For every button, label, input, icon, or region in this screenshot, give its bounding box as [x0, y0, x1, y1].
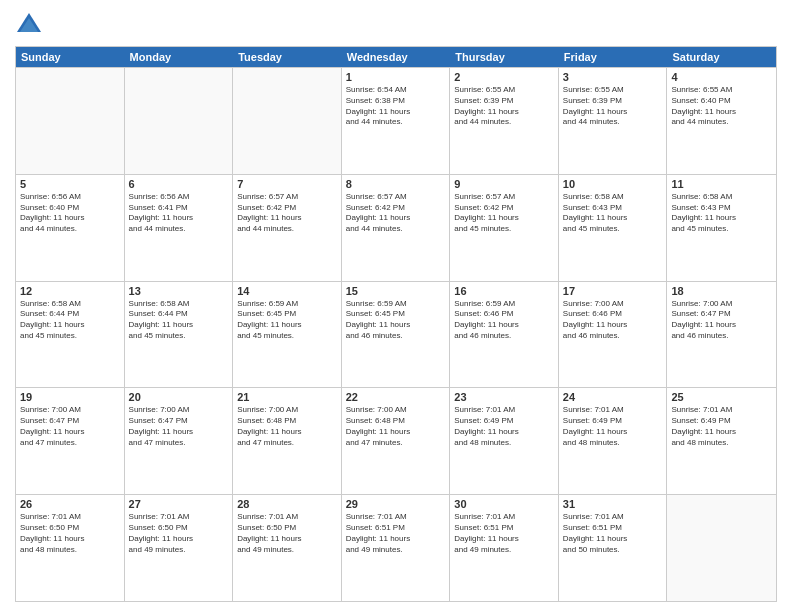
calendar-cell-23: 23Sunrise: 7:01 AMSunset: 6:49 PMDayligh…	[450, 388, 559, 494]
header-day-monday: Monday	[125, 47, 234, 67]
calendar-cell-10: 10Sunrise: 6:58 AMSunset: 6:43 PMDayligh…	[559, 175, 668, 281]
calendar-cell-24: 24Sunrise: 7:01 AMSunset: 6:49 PMDayligh…	[559, 388, 668, 494]
day-number: 28	[237, 498, 337, 510]
calendar-cell-21: 21Sunrise: 7:00 AMSunset: 6:48 PMDayligh…	[233, 388, 342, 494]
calendar-cell-13: 13Sunrise: 6:58 AMSunset: 6:44 PMDayligh…	[125, 282, 234, 388]
day-info: Sunrise: 7:01 AMSunset: 6:51 PMDaylight:…	[454, 512, 554, 555]
calendar-cell-14: 14Sunrise: 6:59 AMSunset: 6:45 PMDayligh…	[233, 282, 342, 388]
calendar-cell-4: 4Sunrise: 6:55 AMSunset: 6:40 PMDaylight…	[667, 68, 776, 174]
calendar-row-0: 1Sunrise: 6:54 AMSunset: 6:38 PMDaylight…	[16, 67, 776, 174]
day-info: Sunrise: 7:00 AMSunset: 6:47 PMDaylight:…	[671, 299, 772, 342]
header-day-friday: Friday	[559, 47, 668, 67]
calendar-cell-25: 25Sunrise: 7:01 AMSunset: 6:49 PMDayligh…	[667, 388, 776, 494]
calendar-cell-7: 7Sunrise: 6:57 AMSunset: 6:42 PMDaylight…	[233, 175, 342, 281]
calendar-cell-29: 29Sunrise: 7:01 AMSunset: 6:51 PMDayligh…	[342, 495, 451, 601]
calendar-header: SundayMondayTuesdayWednesdayThursdayFrid…	[16, 47, 776, 67]
day-number: 5	[20, 178, 120, 190]
calendar-cell-2: 2Sunrise: 6:55 AMSunset: 6:39 PMDaylight…	[450, 68, 559, 174]
calendar-cell-19: 19Sunrise: 7:00 AMSunset: 6:47 PMDayligh…	[16, 388, 125, 494]
calendar-cell-18: 18Sunrise: 7:00 AMSunset: 6:47 PMDayligh…	[667, 282, 776, 388]
day-number: 15	[346, 285, 446, 297]
day-number: 13	[129, 285, 229, 297]
header-day-sunday: Sunday	[16, 47, 125, 67]
day-number: 20	[129, 391, 229, 403]
day-number: 29	[346, 498, 446, 510]
day-number: 10	[563, 178, 663, 190]
calendar-cell-30: 30Sunrise: 7:01 AMSunset: 6:51 PMDayligh…	[450, 495, 559, 601]
day-info: Sunrise: 6:54 AMSunset: 6:38 PMDaylight:…	[346, 85, 446, 128]
header-day-saturday: Saturday	[667, 47, 776, 67]
day-info: Sunrise: 6:58 AMSunset: 6:44 PMDaylight:…	[129, 299, 229, 342]
day-number: 14	[237, 285, 337, 297]
calendar-cell-8: 8Sunrise: 6:57 AMSunset: 6:42 PMDaylight…	[342, 175, 451, 281]
day-info: Sunrise: 6:57 AMSunset: 6:42 PMDaylight:…	[454, 192, 554, 235]
day-number: 24	[563, 391, 663, 403]
calendar-cell-28: 28Sunrise: 7:01 AMSunset: 6:50 PMDayligh…	[233, 495, 342, 601]
day-number: 12	[20, 285, 120, 297]
day-info: Sunrise: 6:58 AMSunset: 6:43 PMDaylight:…	[563, 192, 663, 235]
day-info: Sunrise: 6:57 AMSunset: 6:42 PMDaylight:…	[237, 192, 337, 235]
day-number: 18	[671, 285, 772, 297]
calendar-cell-6: 6Sunrise: 6:56 AMSunset: 6:41 PMDaylight…	[125, 175, 234, 281]
day-info: Sunrise: 6:59 AMSunset: 6:46 PMDaylight:…	[454, 299, 554, 342]
day-number: 25	[671, 391, 772, 403]
day-number: 30	[454, 498, 554, 510]
calendar: SundayMondayTuesdayWednesdayThursdayFrid…	[15, 46, 777, 602]
day-number: 7	[237, 178, 337, 190]
day-number: 31	[563, 498, 663, 510]
day-info: Sunrise: 7:00 AMSunset: 6:47 PMDaylight:…	[129, 405, 229, 448]
day-info: Sunrise: 6:55 AMSunset: 6:40 PMDaylight:…	[671, 85, 772, 128]
calendar-cell-empty-4-6	[667, 495, 776, 601]
day-number: 9	[454, 178, 554, 190]
day-info: Sunrise: 6:58 AMSunset: 6:43 PMDaylight:…	[671, 192, 772, 235]
day-info: Sunrise: 7:01 AMSunset: 6:49 PMDaylight:…	[671, 405, 772, 448]
day-info: Sunrise: 6:59 AMSunset: 6:45 PMDaylight:…	[237, 299, 337, 342]
day-info: Sunrise: 6:56 AMSunset: 6:40 PMDaylight:…	[20, 192, 120, 235]
calendar-cell-20: 20Sunrise: 7:00 AMSunset: 6:47 PMDayligh…	[125, 388, 234, 494]
calendar-cell-9: 9Sunrise: 6:57 AMSunset: 6:42 PMDaylight…	[450, 175, 559, 281]
calendar-cell-empty-0-0	[16, 68, 125, 174]
calendar-row-4: 26Sunrise: 7:01 AMSunset: 6:50 PMDayligh…	[16, 494, 776, 601]
calendar-cell-26: 26Sunrise: 7:01 AMSunset: 6:50 PMDayligh…	[16, 495, 125, 601]
calendar-cell-3: 3Sunrise: 6:55 AMSunset: 6:39 PMDaylight…	[559, 68, 668, 174]
day-number: 19	[20, 391, 120, 403]
calendar-row-2: 12Sunrise: 6:58 AMSunset: 6:44 PMDayligh…	[16, 281, 776, 388]
day-number: 17	[563, 285, 663, 297]
calendar-cell-11: 11Sunrise: 6:58 AMSunset: 6:43 PMDayligh…	[667, 175, 776, 281]
day-info: Sunrise: 7:01 AMSunset: 6:50 PMDaylight:…	[129, 512, 229, 555]
day-number: 11	[671, 178, 772, 190]
calendar-cell-empty-0-2	[233, 68, 342, 174]
calendar-row-3: 19Sunrise: 7:00 AMSunset: 6:47 PMDayligh…	[16, 387, 776, 494]
calendar-cell-1: 1Sunrise: 6:54 AMSunset: 6:38 PMDaylight…	[342, 68, 451, 174]
calendar-cell-31: 31Sunrise: 7:01 AMSunset: 6:51 PMDayligh…	[559, 495, 668, 601]
page: SundayMondayTuesdayWednesdayThursdayFrid…	[0, 0, 792, 612]
day-number: 26	[20, 498, 120, 510]
day-info: Sunrise: 6:58 AMSunset: 6:44 PMDaylight:…	[20, 299, 120, 342]
day-number: 22	[346, 391, 446, 403]
calendar-cell-17: 17Sunrise: 7:00 AMSunset: 6:46 PMDayligh…	[559, 282, 668, 388]
header-day-tuesday: Tuesday	[233, 47, 342, 67]
day-info: Sunrise: 7:00 AMSunset: 6:48 PMDaylight:…	[237, 405, 337, 448]
day-number: 2	[454, 71, 554, 83]
day-info: Sunrise: 7:01 AMSunset: 6:49 PMDaylight:…	[563, 405, 663, 448]
day-number: 4	[671, 71, 772, 83]
day-info: Sunrise: 6:55 AMSunset: 6:39 PMDaylight:…	[454, 85, 554, 128]
logo-icon	[15, 10, 43, 38]
day-number: 6	[129, 178, 229, 190]
calendar-cell-16: 16Sunrise: 6:59 AMSunset: 6:46 PMDayligh…	[450, 282, 559, 388]
day-info: Sunrise: 7:00 AMSunset: 6:47 PMDaylight:…	[20, 405, 120, 448]
day-number: 8	[346, 178, 446, 190]
day-info: Sunrise: 7:00 AMSunset: 6:46 PMDaylight:…	[563, 299, 663, 342]
header-day-wednesday: Wednesday	[342, 47, 451, 67]
header	[15, 10, 777, 38]
calendar-cell-15: 15Sunrise: 6:59 AMSunset: 6:45 PMDayligh…	[342, 282, 451, 388]
day-info: Sunrise: 7:00 AMSunset: 6:48 PMDaylight:…	[346, 405, 446, 448]
calendar-body: 1Sunrise: 6:54 AMSunset: 6:38 PMDaylight…	[16, 67, 776, 601]
calendar-cell-empty-0-1	[125, 68, 234, 174]
day-info: Sunrise: 7:01 AMSunset: 6:51 PMDaylight:…	[563, 512, 663, 555]
logo	[15, 10, 47, 38]
day-info: Sunrise: 7:01 AMSunset: 6:50 PMDaylight:…	[237, 512, 337, 555]
day-info: Sunrise: 7:01 AMSunset: 6:50 PMDaylight:…	[20, 512, 120, 555]
calendar-cell-12: 12Sunrise: 6:58 AMSunset: 6:44 PMDayligh…	[16, 282, 125, 388]
day-number: 21	[237, 391, 337, 403]
